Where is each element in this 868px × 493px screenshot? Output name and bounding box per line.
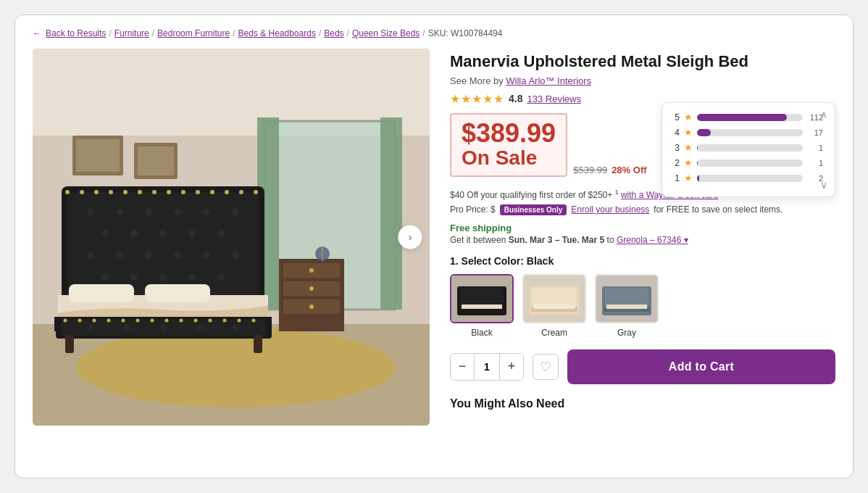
svg-point-24	[87, 208, 94, 215]
delivery-dates: Sun. Mar 3 – Tue. Mar 5	[509, 235, 604, 245]
svg-point-77	[233, 325, 238, 331]
price-area: $389.99 On Sale	[450, 113, 567, 177]
svg-rect-98	[462, 304, 502, 309]
rating-bar-1: 1 ★ 2	[674, 173, 823, 183]
svg-point-87	[165, 319, 169, 323]
svg-rect-10	[76, 139, 120, 172]
panel-expand-button[interactable]: ∨	[820, 179, 827, 191]
credit-offer-text: $40 Off your qualifying first order of $…	[450, 190, 612, 200]
current-price: $389.99	[462, 119, 556, 148]
svg-point-27	[174, 208, 181, 215]
star-num-5: 5	[674, 112, 680, 123]
svg-point-84	[122, 319, 125, 323]
svg-point-80	[64, 319, 67, 323]
selected-color-value: Black	[527, 255, 554, 267]
color-thumb-black	[450, 274, 514, 323]
svg-point-52	[65, 190, 70, 194]
svg-point-26	[145, 208, 152, 215]
bar-track-4	[697, 129, 803, 136]
svg-point-29	[232, 208, 239, 215]
svg-rect-8	[380, 117, 402, 310]
breadcrumb-bedroom[interactable]: Bedroom Furniture	[157, 28, 230, 38]
bar-fill-4	[697, 129, 711, 136]
color-section-label: 1. Select Color: Black	[450, 255, 835, 267]
svg-point-55	[109, 190, 113, 194]
svg-point-93	[252, 319, 256, 323]
rating-bar-4: 4 ★ 17	[674, 127, 823, 138]
svg-point-74	[124, 325, 130, 331]
breadcrumb-furniture[interactable]: Furniture	[114, 28, 149, 38]
svg-point-62	[210, 190, 214, 194]
svg-point-83	[107, 319, 111, 323]
svg-point-44	[188, 273, 196, 281]
svg-point-28	[203, 208, 210, 215]
svg-point-17	[309, 268, 314, 273]
svg-point-88	[180, 319, 183, 323]
color-option-gray[interactable]: Gray	[595, 274, 659, 338]
businesses-only-badge: Businesses Only	[500, 204, 567, 215]
rating-bar-3: 3 ★ 1	[674, 142, 823, 153]
delivery-label: Get it between	[450, 235, 506, 245]
delivery-info: Get it between Sun. Mar 3 – Tue. Mar 5 t…	[450, 235, 835, 245]
svg-point-45	[217, 273, 225, 281]
svg-point-85	[136, 319, 140, 323]
product-image-area: ›	[33, 49, 430, 426]
quantity-decrease-button[interactable]: −	[451, 354, 474, 380]
wishlist-button[interactable]: ♡	[533, 354, 559, 380]
breadcrumb-queen[interactable]: Queen Size Beds	[352, 28, 420, 38]
add-to-cart-button[interactable]: Add to Cart	[567, 349, 835, 384]
next-image-button[interactable]: ›	[398, 225, 422, 249]
svg-point-30	[101, 230, 109, 237]
svg-point-91	[223, 319, 227, 323]
star-icon-5: ★	[684, 112, 693, 123]
svg-point-58	[152, 190, 157, 194]
breadcrumb: ← Back to Results / Furniture / Bedroom …	[33, 28, 835, 38]
rating-bar-5: 5 ★ 112	[674, 112, 823, 123]
bar-fill-2	[697, 160, 698, 167]
star-num-4: 4	[674, 128, 680, 138]
svg-point-34	[217, 230, 225, 237]
star-num-2: 2	[674, 158, 680, 168]
svg-point-32	[159, 230, 167, 237]
delivery-location-link[interactable]: Grenola – 67346 ▾	[617, 235, 688, 245]
breadcrumb-beds[interactable]: Beds	[324, 28, 343, 38]
star-icon-2: ★	[684, 157, 693, 168]
svg-point-75	[160, 325, 166, 331]
bar-count-4: 17	[807, 128, 823, 137]
svg-point-4	[76, 328, 395, 407]
color-thumb-gray	[595, 274, 659, 323]
svg-point-61	[196, 190, 200, 194]
svg-point-82	[93, 319, 96, 323]
panel-close-button[interactable]: ∧	[820, 109, 827, 120]
page-container: ← Back to Results / Furniture / Bedroom …	[14, 14, 854, 478]
delivery-to: to	[607, 235, 614, 245]
svg-point-59	[167, 190, 171, 194]
color-thumb-cream	[522, 274, 586, 323]
breadcrumb-beds-headboards[interactable]: Beds & Headboards	[238, 28, 315, 38]
svg-point-19	[309, 304, 314, 309]
color-options: Black Cream	[450, 274, 835, 338]
bar-track-1	[697, 175, 803, 182]
bar-fill-5	[697, 114, 787, 121]
svg-rect-69	[69, 284, 134, 302]
original-price-row: $539.99 28% Off	[573, 165, 646, 183]
svg-point-38	[174, 252, 181, 259]
brand-link[interactable]: Willa Arlo™ Interiors	[506, 75, 591, 86]
reviews-link[interactable]: 133 Reviews	[527, 94, 580, 104]
color-option-cream[interactable]: Cream	[522, 274, 586, 338]
svg-point-25	[116, 208, 123, 215]
quantity-increase-button[interactable]: +	[500, 354, 523, 380]
svg-point-64	[239, 190, 243, 194]
bar-fill-1	[697, 175, 699, 182]
svg-point-76	[196, 325, 202, 331]
on-sale-label: On Sale	[462, 147, 556, 170]
back-to-results-link[interactable]: Back to Results	[46, 28, 106, 38]
color-label-black: Black	[471, 328, 492, 338]
color-option-black[interactable]: Black	[450, 274, 514, 338]
bar-count-3: 1	[807, 144, 823, 152]
svg-point-53	[80, 190, 84, 194]
svg-rect-12	[138, 146, 174, 175]
discount-badge: 28% Off	[612, 165, 646, 175]
svg-rect-79	[254, 335, 262, 353]
enroll-link[interactable]: Enroll your business	[571, 204, 649, 215]
